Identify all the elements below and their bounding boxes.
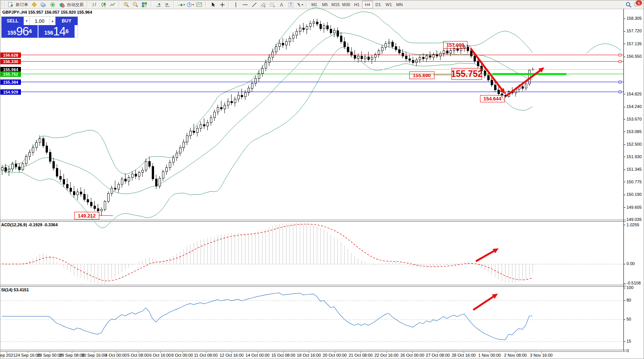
thick-green-level [492, 73, 566, 75]
price-level-lines [0, 54, 623, 93]
axis-date-label: 2 Nov 08:00 [504, 353, 526, 357]
price-tick-label: 149.035 [627, 217, 642, 222]
axis-date-label: 22 Oct 16:00 [375, 353, 399, 357]
buy-price-prefix: 156 [44, 28, 53, 37]
buy-price-main: 14 [53, 26, 65, 37]
annotation-154.644[interactable]: 154.644 [480, 95, 505, 102]
axis-date-label: 18 Oct 16:00 [297, 353, 321, 357]
price-tick-label: 157.135 [627, 41, 642, 46]
axis-date-label: 21 Oct 08:00 [349, 353, 373, 357]
price-badge: 154.929 [0, 89, 21, 95]
symbol-info: GBPJPY-,H4 155.957 156.057 155.920 155.9… [2, 10, 92, 14]
rsi-tick-label: 15 [627, 339, 631, 343]
price-badge: 155.384 [0, 79, 21, 85]
axis-date-label: 28 Sep 00:00 [37, 353, 62, 357]
trend-arrows [99, 44, 544, 310]
sell-price-sup: 4 [29, 25, 32, 37]
axis-date-label: 15 Oct 08:00 [272, 353, 296, 357]
macd-pane [0, 223, 623, 284]
price-badge: 155.752 [0, 71, 21, 77]
axis-date-label: 6 Oct 16:00 [149, 353, 171, 357]
price-tick-label: 151.930 [627, 154, 642, 159]
axis-date-label: 8 Oct 00:00 [172, 353, 193, 357]
price-tick-label: 153.085 [627, 129, 642, 134]
axis-date-label: 27 Oct 08:00 [426, 353, 450, 357]
price-tick-label: 158.305 [627, 16, 642, 21]
annotation-157.099[interactable]: 157.099 [443, 41, 467, 49]
price-tick-label: 154.825 [627, 92, 642, 96]
price-axis-border [623, 9, 624, 351]
price-tick-label: 150.775 [627, 180, 642, 184]
annotation-155.690[interactable]: 155.690 [409, 71, 434, 79]
price-badge: 156.330 [0, 59, 21, 64]
axis-date-label: 26 Oct 00:00 [401, 353, 425, 357]
axis-date-label: 29 Sep 08:00 [59, 353, 84, 357]
price-tick-label: 156.550 [627, 54, 642, 59]
bollinger-bands [2, 8, 621, 228]
axis-date-label: 28 Oct 16:00 [452, 353, 476, 357]
axis-date-label: 5 Oct 08:00 [127, 353, 149, 357]
rsi-tick-label: 80 [627, 298, 631, 302]
volume-input[interactable] [30, 17, 49, 25]
buy-price-sup: 6 [65, 25, 68, 37]
sell-price[interactable]: 155964 [2, 25, 38, 38]
axis-date-label: 24 Sep 16:00 [15, 353, 40, 357]
price-tick-label: 151.345 [627, 167, 642, 172]
axis-date-label: 14 Oct 00:00 [246, 353, 270, 357]
price-tick-label: 152.500 [627, 142, 642, 146]
volume-decrease[interactable]: ▼ [24, 17, 30, 25]
mt4-window: 新订单 自动交易 [0, 0, 644, 359]
price-tick-label: 153.670 [627, 117, 642, 121]
rsi-tick-label: 50 [627, 317, 631, 321]
annotation-155.752[interactable]: 155.752 [452, 68, 482, 80]
sell-button[interactable]: SELL [2, 17, 24, 25]
rsi-tick-label: 100 [627, 285, 633, 290]
axis-separator [0, 350, 626, 352]
sell-price-main: 96 [16, 26, 29, 37]
axis-date-label: 12 Oct 16:00 [220, 353, 244, 357]
macd-tick-label: 1.0255 [627, 222, 639, 227]
macd-tick-label: 0.00 [627, 261, 634, 266]
macd-indicator-label: ACD(12,26,9) -0.1929 -0.3364 [1, 222, 58, 227]
price-tick-label: 150.190 [627, 192, 642, 197]
chart-plot[interactable] [0, 0, 644, 359]
price-tick-label: 149.605 [627, 205, 642, 210]
price-tick-label: 157.720 [627, 29, 642, 33]
pane-separator[interactable] [0, 285, 626, 287]
axis-date-label: 30 Sep 16:00 [81, 353, 106, 357]
axis-date-label: Sep 2021 [0, 353, 16, 357]
pane-separator[interactable] [0, 220, 626, 222]
rsi-tick-label: 0 [627, 348, 629, 353]
axis-date-label: 3 Nov 16:00 [530, 353, 552, 357]
buy-price[interactable]: 156146 [38, 25, 75, 38]
rsi-indicator-label: SI(14) 53.4151 [1, 288, 29, 292]
axis-date-label: 1 Nov 00:00 [478, 353, 501, 357]
price-tick-label: 154.240 [627, 104, 642, 109]
axis-date-label: 11 Oct 08:00 [194, 353, 218, 357]
green-arc-object [586, 44, 621, 54]
sell-price-prefix: 155 [7, 28, 16, 37]
macd-tick-label: -0.5108 [627, 281, 641, 285]
one-click-trading-panel: SELL ▼ ▲ BUY 155964 156146 [1, 16, 78, 38]
axis-date-label: 4 Oct 00:00 [105, 353, 127, 357]
annotation-149.212[interactable]: 149.212 [74, 212, 99, 219]
axis-date-label: 20 Oct 00:00 [323, 353, 347, 357]
buy-button[interactable]: BUY [56, 17, 78, 25]
axis-ticks [6, 19, 625, 353]
rsi-pane [0, 293, 623, 342]
volume-increase[interactable]: ▲ [49, 17, 56, 25]
price-badge: 156.628 [0, 52, 21, 58]
